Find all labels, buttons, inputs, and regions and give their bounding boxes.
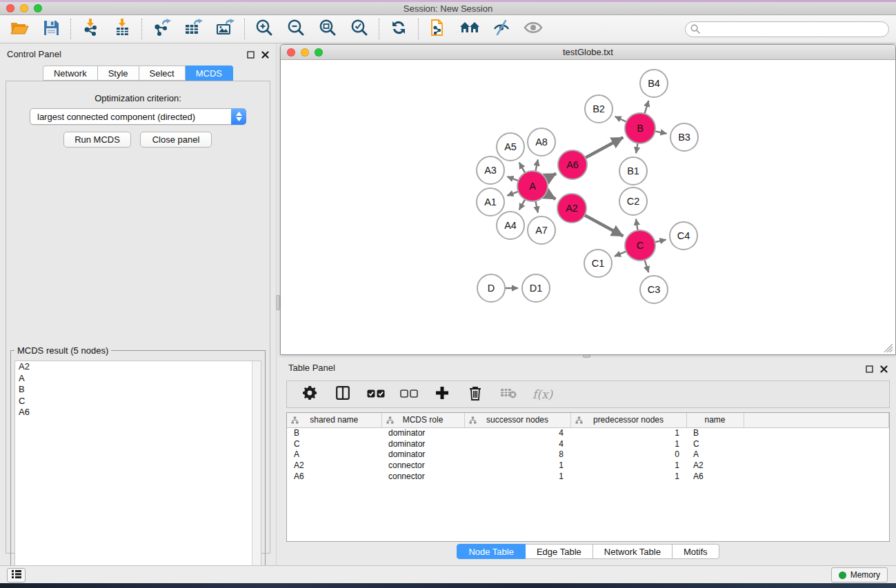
zoom-selected-button[interactable]	[349, 19, 370, 39]
table-row[interactable]: A dominator 8 0 A	[287, 449, 889, 460]
node-label-D1: D1	[530, 283, 543, 294]
node-label-A7: A7	[535, 225, 548, 236]
column-header[interactable]: successor nodes	[464, 413, 570, 427]
delete-columns-button[interactable]	[466, 385, 484, 403]
create-network-from-file-button[interactable]	[428, 19, 448, 39]
column-header[interactable]: shared name	[287, 413, 381, 427]
hierarchy-icon	[575, 416, 583, 426]
task-history-button[interactable]	[7, 568, 26, 582]
resize-grip-icon[interactable]	[884, 343, 893, 352]
control-panel-tab[interactable]: MCDS	[186, 65, 233, 81]
close-table-panel-icon[interactable]	[880, 363, 888, 376]
refresh-icon	[390, 19, 407, 39]
app-titlebar: Session: New Session	[0, 2, 896, 15]
memory-label: Memory	[850, 570, 880, 580]
select-all-columns-button[interactable]	[367, 385, 385, 403]
minimize-window-button[interactable]	[20, 4, 28, 12]
result-list-scrollbar[interactable]	[252, 361, 261, 585]
close-window-button[interactable]	[6, 4, 14, 12]
table-panel-tab[interactable]: Network Table	[593, 544, 673, 559]
import-table-icon	[113, 19, 131, 39]
memory-button[interactable]: Memory	[831, 567, 888, 582]
zoom-in-icon	[255, 19, 273, 39]
table-panel-tab[interactable]: Motifs	[673, 544, 719, 559]
table-panel-tab[interactable]: Node Table	[457, 544, 526, 559]
network-zoom-button[interactable]	[315, 48, 323, 57]
two-houses-icon	[459, 20, 480, 38]
traffic-lights	[6, 4, 42, 12]
mcds-result-item[interactable]: A6	[15, 407, 261, 418]
import-network-button[interactable]	[80, 19, 101, 39]
network-traffic-lights	[287, 48, 323, 57]
hide-graphics-details-button[interactable]	[491, 19, 512, 39]
show-graphics-details-button[interactable]	[523, 19, 544, 39]
run-mcds-button[interactable]: Run MCDS	[63, 132, 131, 148]
zoom-fit-button[interactable]	[317, 19, 338, 39]
control-panel-tab[interactable]: Select	[139, 65, 186, 81]
node-table[interactable]: shared name MCDS role successor nodes pr…	[286, 412, 890, 542]
export-network-button[interactable]	[151, 19, 172, 39]
table-body: B dominator 4 1 B C dominator 4 1 C A do…	[287, 427, 889, 482]
open-session-button[interactable]	[9, 19, 30, 39]
open-folder-icon	[10, 20, 29, 38]
mcds-result-box: MCDS result (5 nodes) A2ABCA6	[10, 350, 266, 588]
control-panel-tab[interactable]: Network	[43, 65, 98, 81]
network-window-titlebar[interactable]: testGlobe.txt	[281, 45, 895, 60]
column-header[interactable]: predecessor nodes	[570, 413, 686, 427]
save-session-button[interactable]	[41, 19, 61, 39]
column-header[interactable]	[744, 413, 889, 427]
table-options-button[interactable]	[301, 385, 319, 403]
node-label-D: D	[488, 283, 495, 294]
status-bar: Memory	[0, 565, 896, 583]
column-header[interactable]: MCDS role	[381, 413, 464, 427]
mcds-result-item[interactable]: C	[15, 396, 261, 407]
list-icon	[11, 569, 22, 582]
zoom-out-button[interactable]	[286, 19, 306, 39]
mcds-result-item[interactable]: B	[15, 384, 261, 396]
close-panel-icon[interactable]	[261, 49, 269, 61]
table-row[interactable]: A2 connector 1 1 A2	[287, 460, 889, 471]
mcds-result-item[interactable]: A	[15, 373, 261, 385]
network-close-button[interactable]	[287, 48, 295, 57]
plus-icon	[435, 386, 449, 403]
mcds-result-list[interactable]: A2ABCA6	[14, 361, 261, 585]
save-floppy-icon	[43, 20, 59, 39]
mcds-result-item[interactable]: A2	[15, 361, 261, 373]
network-overview-button[interactable]	[459, 19, 480, 39]
table-row[interactable]: C dominator 4 1 C	[287, 438, 889, 449]
delete-table-button-disabled	[499, 385, 517, 403]
table-row[interactable]: B dominator 4 1 B	[287, 427, 889, 438]
table-panel-tab[interactable]: Edge Table	[526, 544, 593, 559]
table-header-row: shared name MCDS role successor nodes pr…	[287, 413, 889, 427]
hierarchy-icon	[469, 416, 477, 426]
delete-table-icon	[500, 387, 517, 401]
mcds-result-title: MCDS result (5 nodes)	[14, 345, 111, 356]
export-image-button[interactable]	[215, 19, 235, 39]
close-panel-button[interactable]: Close panel	[140, 132, 212, 148]
node-label-A2: A2	[566, 203, 578, 214]
add-column-button[interactable]	[433, 385, 451, 403]
float-table-panel-icon[interactable]	[866, 363, 873, 376]
zoom-window-button[interactable]	[34, 4, 42, 12]
criterion-dropdown[interactable]: largest connected component (directed)	[30, 108, 246, 125]
node-label-A: A	[529, 181, 536, 192]
network-minimize-button[interactable]	[301, 48, 309, 57]
network-canvas[interactable]: B4B2BB3A8A5A6A3B1AA1C2A2A4A7C4CC1C3DD1	[281, 61, 895, 354]
refresh-view-button[interactable]	[388, 19, 409, 39]
column-header[interactable]: name	[686, 413, 744, 427]
control-panel-title: Control Panel	[7, 49, 61, 59]
table-row[interactable]: A6 connector 1 1 A6	[287, 471, 889, 482]
node-label-A4: A4	[504, 220, 517, 231]
function-builder-label: f(x)	[532, 387, 552, 401]
zoom-in-button[interactable]	[254, 19, 275, 39]
export-table-button[interactable]	[183, 19, 203, 39]
control-panel-tab[interactable]: Style	[98, 65, 139, 81]
node-label-C1: C1	[592, 258, 605, 269]
show-columns-button[interactable]	[334, 385, 352, 403]
import-table-button[interactable]	[112, 19, 132, 39]
float-panel-icon[interactable]	[247, 49, 255, 61]
unselect-all-columns-button[interactable]	[400, 385, 418, 403]
eye-icon	[524, 21, 543, 37]
search-input[interactable]	[685, 21, 889, 37]
hierarchy-icon	[291, 416, 299, 426]
